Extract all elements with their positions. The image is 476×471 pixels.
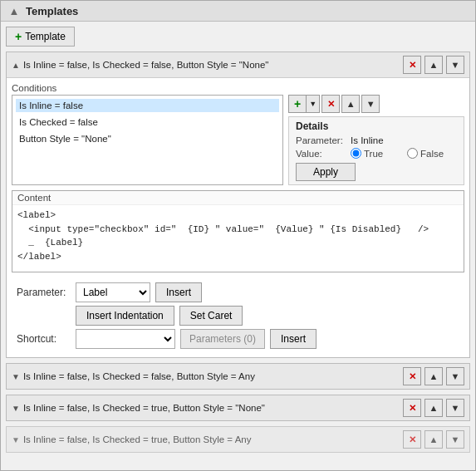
details-parameter-row: Parameter: Is Inline: [296, 135, 457, 145]
conditions-row: Is Inline = false Is Checked = false But…: [12, 95, 464, 185]
template-item-1: ▲ Is Inline = false, Is Checked = false,…: [6, 52, 470, 358]
shortcut-control-row: Shortcut: Parameters (0) Insert: [17, 329, 459, 349]
false-radio-label[interactable]: False: [407, 148, 457, 159]
template-2-collapse-icon[interactable]: ▼: [12, 372, 20, 381]
shortcut-select[interactable]: [76, 329, 175, 349]
false-radio-text: False: [420, 149, 444, 159]
insert2-button[interactable]: Insert: [270, 329, 317, 349]
true-radio-input[interactable]: [351, 148, 361, 159]
main-panel: ▲ Templates + Template ▲ Is Inline = fal…: [0, 0, 476, 471]
template-4-delete-button[interactable]: ✕: [403, 430, 421, 449]
template-2-delete-button[interactable]: ✕: [403, 367, 421, 385]
details-value-row: Value: True False: [296, 148, 457, 159]
parameter-control-row: Parameter: Label ID Value Is Disabled In…: [17, 282, 459, 302]
template-1-down-button[interactable]: ▼: [446, 56, 464, 74]
content-section: Content <label> <input type="checkbox" i…: [12, 190, 464, 272]
value-radio-group: True False: [351, 148, 457, 159]
add-condition-plus-icon: +: [289, 96, 307, 112]
template-4-down-button[interactable]: ▼: [446, 430, 464, 449]
parameters-button[interactable]: Parameters (0): [180, 329, 265, 349]
template-1-header: ▲ Is Inline = false, Is Checked = false,…: [7, 52, 469, 78]
set-caret-button[interactable]: Set Caret: [179, 306, 243, 326]
conditions-list[interactable]: Is Inline = false Is Checked = false But…: [12, 95, 283, 185]
conditions-section: Conditions Is Inline = false Is Checked …: [12, 83, 464, 185]
plus-icon: +: [15, 30, 22, 43]
template-1-delete-button[interactable]: ✕: [403, 56, 421, 74]
conditions-label: Conditions: [12, 83, 464, 93]
template-2-down-button[interactable]: ▼: [446, 367, 464, 385]
details-value-label: Value:: [296, 149, 346, 159]
template-1-title: Is Inline = false, Is Checked = false, B…: [23, 60, 400, 70]
conditions-side: + ▼ ✕ ▲ ▼ Details Parameter:: [288, 95, 464, 185]
indentation-control-row: Insert Indentation Set Caret: [17, 306, 459, 326]
delete-condition-button[interactable]: ✕: [321, 95, 340, 113]
template-3-delete-button[interactable]: ✕: [403, 399, 421, 417]
content-editor[interactable]: <label> <input type="checkbox" id=" {ID}…: [12, 205, 464, 272]
add-template-button[interactable]: + Template: [6, 27, 75, 47]
add-template-label: Template: [25, 31, 66, 42]
condition-up-button[interactable]: ▲: [341, 95, 360, 113]
template-4-collapse-icon[interactable]: ▼: [12, 435, 20, 444]
details-parameter-label: Parameter:: [296, 135, 346, 145]
template-2-up-button[interactable]: ▲: [424, 367, 443, 385]
template-item-3: ▼ Is Inline = false, Is Checked = true, …: [6, 395, 470, 421]
template-3-up-button[interactable]: ▲: [424, 399, 443, 417]
condition-item-3[interactable]: Button Style = "None": [16, 132, 279, 145]
parameter-ctrl-label: Parameter:: [17, 287, 71, 298]
template-item-2: ▼ Is Inline = false, Is Checked = false,…: [6, 363, 470, 390]
insert-button[interactable]: Insert: [155, 282, 202, 302]
condition-item-1[interactable]: Is Inline = false: [16, 99, 279, 112]
template-item-4: ▼ Is Inline = false, Is Checked = true, …: [6, 426, 470, 453]
true-radio-label[interactable]: True: [351, 148, 400, 159]
add-condition-arrow-icon: ▼: [307, 96, 319, 112]
template-1-collapse-icon[interactable]: ▲: [12, 61, 20, 70]
insert-indentation-button[interactable]: Insert Indentation: [76, 306, 174, 326]
template-4-title: Is Inline = false, Is Checked = true, Bu…: [23, 434, 400, 444]
false-radio-input[interactable]: [407, 148, 418, 159]
template-3-down-button[interactable]: ▼: [446, 399, 464, 417]
panel-header: ▲ Templates: [1, 1, 475, 22]
collapse-icon[interactable]: ▲: [7, 4, 21, 17]
panel-title: Templates: [26, 5, 78, 17]
content-label: Content: [12, 191, 464, 205]
panel-body: + Template ▲ Is Inline = false, Is Check…: [1, 22, 475, 470]
template-2-title: Is Inline = false, Is Checked = false, B…: [23, 371, 400, 381]
apply-button[interactable]: Apply: [296, 163, 356, 181]
conditions-toolbar: + ▼ ✕ ▲ ▼: [288, 95, 464, 113]
details-parameter-value: Is Inline: [351, 135, 384, 145]
parameter-select[interactable]: Label ID Value Is Disabled: [76, 282, 150, 302]
template-4-up-button[interactable]: ▲: [424, 430, 443, 449]
bottom-controls: Parameter: Label ID Value Is Disabled In…: [12, 277, 464, 352]
condition-down-button[interactable]: ▼: [361, 95, 380, 113]
template-1-body: Conditions Is Inline = false Is Checked …: [7, 78, 469, 357]
true-radio-text: True: [364, 149, 383, 159]
condition-item-2[interactable]: Is Checked = false: [16, 115, 279, 129]
details-panel: Details Parameter: Is Inline Value:: [288, 116, 464, 185]
add-condition-button[interactable]: + ▼: [288, 95, 320, 113]
template-3-collapse-icon[interactable]: ▼: [12, 404, 20, 413]
shortcut-label: Shortcut:: [17, 333, 71, 345]
template-3-title: Is Inline = false, Is Checked = true, Bu…: [23, 403, 400, 413]
template-1-up-button[interactable]: ▲: [424, 56, 443, 74]
details-title: Details: [296, 120, 457, 132]
